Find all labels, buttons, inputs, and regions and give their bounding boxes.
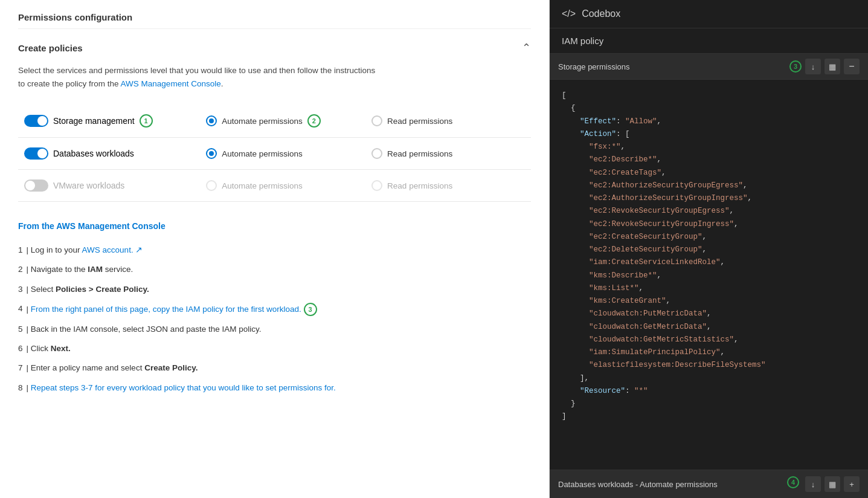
badge-1: 1 bbox=[140, 114, 153, 128]
codebox-header: </> Codebox bbox=[550, 0, 868, 28]
automate-vmware-group: Automate permissions bbox=[206, 180, 359, 191]
collapse-storage-btn[interactable]: − bbox=[844, 59, 860, 74]
copy-bottom-btn[interactable]: ▦ bbox=[825, 476, 840, 492]
description: Select the services and permissions leve… bbox=[18, 64, 531, 90]
step-2: 2 | Navigate to the IAM service. bbox=[18, 260, 531, 279]
storage-block-title: Storage permissions bbox=[558, 62, 630, 71]
codebox-title: Codebox bbox=[582, 8, 620, 19]
automate-databases-group: Automate permissions bbox=[206, 148, 359, 159]
instructions-title: From the AWS Management Console bbox=[18, 221, 531, 231]
read-databases-label: Read permissions bbox=[387, 149, 452, 158]
workload-row-vmware: VMware workloads Automate permissions Re… bbox=[18, 170, 531, 202]
toggle-databases[interactable] bbox=[24, 147, 48, 160]
read-databases-group: Read permissions bbox=[371, 148, 525, 159]
read-vmware-radio bbox=[371, 180, 382, 191]
aws-console-link[interactable]: AWS Management Console bbox=[121, 79, 221, 88]
automate-databases-label: Automate permissions bbox=[222, 149, 303, 158]
automate-storage-group: Automate permissions 2 bbox=[206, 114, 359, 128]
step-7: 7 | Enter a policy name and select Creat… bbox=[18, 358, 531, 378]
workload-row-databases: Databases workloads Automate permissions… bbox=[18, 138, 531, 170]
right-panel: </> Codebox IAM policy Storage permissio… bbox=[550, 0, 868, 498]
automate-databases-radio[interactable] bbox=[206, 148, 217, 159]
toggle-storage[interactable] bbox=[24, 115, 48, 127]
left-panel: Permissions configuration Create policie… bbox=[0, 0, 550, 498]
toggle-vmware[interactable] bbox=[24, 179, 48, 192]
read-storage-radio[interactable] bbox=[371, 115, 382, 126]
step-3: 3 | Select Policies > Create Policy. bbox=[18, 280, 531, 299]
download-storage-btn[interactable]: ↓ bbox=[805, 59, 821, 74]
workload-name-vmware: VMware workloads bbox=[53, 181, 124, 190]
code-block-storage-header: Storage permissions 3 ↓ ▦ − bbox=[550, 54, 868, 80]
badge-3-step: 3 bbox=[304, 303, 317, 316]
code-block-storage: Storage permissions 3 ↓ ▦ − [ { "Effect"… bbox=[550, 54, 868, 433]
section-header: Create policies ⌃ bbox=[18, 41, 531, 54]
storage-block-actions: 3 ↓ ▦ − bbox=[789, 59, 860, 74]
bottom-label: Databases workloads - Automate permissio… bbox=[558, 480, 718, 489]
read-storage-group: Read permissions bbox=[371, 115, 525, 126]
copy-storage-btn[interactable]: ▦ bbox=[825, 59, 840, 74]
workloads-table: Storage management 1 Automate permission… bbox=[18, 105, 531, 202]
read-vmware-group: Read permissions bbox=[371, 180, 525, 191]
badge-4: 4 bbox=[787, 476, 799, 488]
automate-vmware-radio bbox=[206, 180, 217, 191]
automate-storage-label: Automate permissions bbox=[222, 117, 303, 126]
step-1: 1 | Log in to your AWS account. ↗ bbox=[18, 241, 531, 260]
read-databases-radio[interactable] bbox=[371, 148, 382, 159]
workload-name-storage: Storage management bbox=[53, 116, 135, 126]
iam-label: IAM policy bbox=[550, 28, 868, 54]
step-5: 5 | Back in the IAM console, select JSON… bbox=[18, 320, 531, 339]
step-6: 6 | Click Next. bbox=[18, 339, 531, 358]
workload-name-databases: Databases workloads bbox=[53, 149, 134, 158]
download-bottom-btn[interactable]: ↓ bbox=[805, 476, 821, 492]
add-bottom-btn[interactable]: + bbox=[844, 476, 860, 492]
section-title: Create policies bbox=[18, 43, 83, 53]
read-vmware-label: Read permissions bbox=[387, 181, 452, 190]
code-blocks: Storage permissions 3 ↓ ▦ − [ { "Effect"… bbox=[550, 54, 868, 470]
steps-list: 1 | Log in to your AWS account. ↗ 2 | Na… bbox=[18, 241, 531, 398]
step-4: 4 | From the right panel of this page, c… bbox=[18, 299, 531, 320]
step-8: 8 | Repeat steps 3-7 for every workload … bbox=[18, 378, 531, 398]
workload-row-storage: Storage management 1 Automate permission… bbox=[18, 105, 531, 138]
storage-code: [ { "Effect": "Allow", "Action": [ "fsx:… bbox=[550, 80, 868, 433]
collapse-icon[interactable]: ⌃ bbox=[522, 41, 531, 54]
badge-3-codebox: 3 bbox=[789, 60, 802, 73]
read-storage-label: Read permissions bbox=[387, 117, 452, 126]
automate-vmware-label: Automate permissions bbox=[222, 181, 303, 190]
bottom-actions: 4 ↓ ▦ + bbox=[787, 476, 860, 492]
code-bracket-icon: </> bbox=[562, 8, 576, 19]
page-title: Permissions configuration bbox=[18, 12, 531, 29]
automate-storage-radio[interactable] bbox=[206, 115, 217, 126]
codebox-bottom: Databases workloads - Automate permissio… bbox=[550, 470, 868, 498]
badge-2: 2 bbox=[307, 114, 321, 128]
aws-account-link[interactable]: AWS account. ↗ bbox=[82, 245, 143, 254]
